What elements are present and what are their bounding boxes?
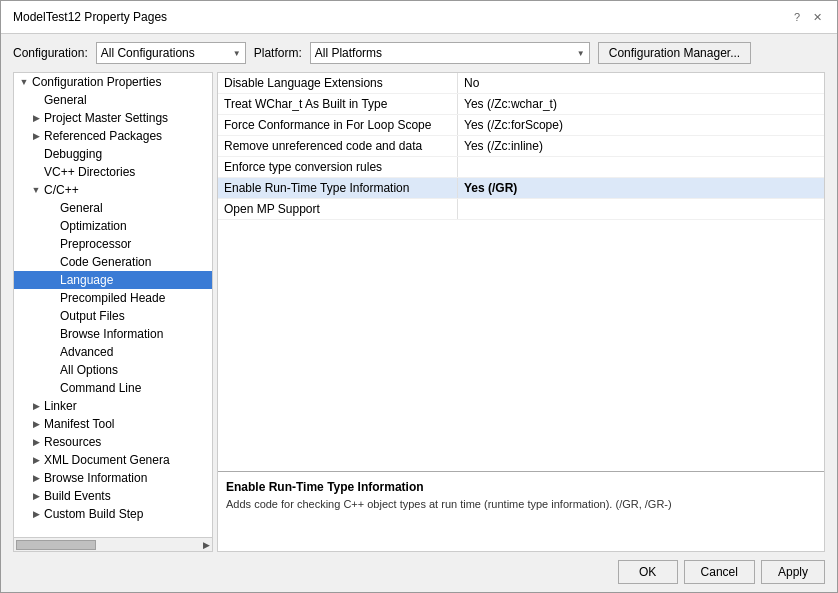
- prop-value: [458, 157, 824, 177]
- prop-value: Yes (/GR): [458, 178, 824, 198]
- tree-item-label: Build Events: [44, 489, 111, 503]
- tree-item-cpp-optimization[interactable]: Optimization: [14, 217, 212, 235]
- tree-arrow-icon: ▼: [18, 77, 30, 87]
- tree-arrow-icon: ▶: [30, 401, 42, 411]
- dialog-title: ModelTest12 Property Pages: [13, 10, 167, 24]
- tree-item-label: Debugging: [44, 147, 102, 161]
- tree-item-cpp-preprocessor[interactable]: Preprocessor: [14, 235, 212, 253]
- tree-item-label: Resources: [44, 435, 101, 449]
- tree-item-label: Configuration Properties: [32, 75, 161, 89]
- tree-item-general[interactable]: General: [14, 91, 212, 109]
- prop-value: Yes (/Zc:inline): [458, 136, 824, 156]
- table-row[interactable]: Force Conformance in For Loop ScopeYes (…: [218, 115, 824, 136]
- prop-name: Open MP Support: [218, 199, 458, 219]
- tree-item-label: Referenced Packages: [44, 129, 162, 143]
- table-row[interactable]: Open MP Support: [218, 199, 824, 220]
- tree-panel: ▼Configuration PropertiesGeneral▶Project…: [13, 72, 213, 552]
- tree-item-label: Preprocessor: [60, 237, 131, 251]
- tree-arrow-icon: ▼: [30, 185, 42, 195]
- prop-name: Disable Language Extensions: [218, 73, 458, 93]
- tree-item-cpp-general[interactable]: General: [14, 199, 212, 217]
- properties-panel: Disable Language ExtensionsNoTreat WChar…: [217, 72, 825, 552]
- table-row[interactable]: Enable Run-Time Type InformationYes (/GR…: [218, 178, 824, 199]
- tree-item-label: Command Line: [60, 381, 141, 395]
- tree-item-debugging[interactable]: Debugging: [14, 145, 212, 163]
- tree-item-label: Project Master Settings: [44, 111, 168, 125]
- tree-item-resources[interactable]: ▶Resources: [14, 433, 212, 451]
- close-button[interactable]: ✕: [809, 9, 825, 25]
- apply-button[interactable]: Apply: [761, 560, 825, 584]
- tree-arrow-icon: ▶: [30, 473, 42, 483]
- tree-arrow-icon: ▶: [30, 131, 42, 141]
- prop-name: Treat WChar_t As Built in Type: [218, 94, 458, 114]
- description-title: Enable Run-Time Type Information: [226, 480, 816, 494]
- tree-item-cpp[interactable]: ▼C/C++: [14, 181, 212, 199]
- tree-item-cpp-browse[interactable]: Browse Information: [14, 325, 212, 343]
- tree-item-label: Manifest Tool: [44, 417, 114, 431]
- scrollbar-thumb[interactable]: [16, 540, 96, 550]
- prop-value: Yes (/Zc:wchar_t): [458, 94, 824, 114]
- tree-item-label: Optimization: [60, 219, 127, 233]
- tree-item-label: General: [60, 201, 103, 215]
- description-text: Adds code for checking C++ object types …: [226, 498, 816, 510]
- tree-item-cpp-cmdline[interactable]: Command Line: [14, 379, 212, 397]
- main-content: ▼Configuration PropertiesGeneral▶Project…: [1, 72, 837, 552]
- tree-item-project-master[interactable]: ▶Project Master Settings: [14, 109, 212, 127]
- properties-table: Disable Language ExtensionsNoTreat WChar…: [218, 73, 824, 471]
- title-bar-buttons: ? ✕: [789, 9, 825, 25]
- table-row[interactable]: Remove unreferenced code and dataYes (/Z…: [218, 136, 824, 157]
- tree-item-label: Browse Information: [44, 471, 147, 485]
- tree-item-custom-build[interactable]: ▶Custom Build Step: [14, 505, 212, 523]
- config-manager-button[interactable]: Configuration Manager...: [598, 42, 751, 64]
- tree-scroll[interactable]: ▼Configuration PropertiesGeneral▶Project…: [14, 73, 212, 537]
- tree-item-cpp-code-gen[interactable]: Code Generation: [14, 253, 212, 271]
- prop-value: Yes (/Zc:forScope): [458, 115, 824, 135]
- tree-item-browse-info[interactable]: ▶Browse Information: [14, 469, 212, 487]
- tree-item-label: XML Document Genera: [44, 453, 170, 467]
- prop-value: No: [458, 73, 824, 93]
- table-row[interactable]: Treat WChar_t As Built in TypeYes (/Zc:w…: [218, 94, 824, 115]
- tree-item-referenced-packages[interactable]: ▶Referenced Packages: [14, 127, 212, 145]
- config-label: Configuration:: [13, 46, 88, 60]
- tree-item-linker[interactable]: ▶Linker: [14, 397, 212, 415]
- platform-dropdown[interactable]: All Platforms ▼: [310, 42, 590, 64]
- tree-item-label: Precompiled Heade: [60, 291, 165, 305]
- scroll-arrow-right-icon[interactable]: ▶: [203, 540, 212, 550]
- prop-name: Enforce type conversion rules: [218, 157, 458, 177]
- platform-arrow-icon: ▼: [577, 49, 585, 58]
- tree-item-cpp-language[interactable]: Language: [14, 271, 212, 289]
- tree-item-cpp-all[interactable]: All Options: [14, 361, 212, 379]
- prop-value: [458, 199, 824, 219]
- tree-item-label: General: [44, 93, 87, 107]
- tree-arrow-icon: ▶: [30, 437, 42, 447]
- config-value: All Configurations: [101, 46, 195, 60]
- tree-item-label: Advanced: [60, 345, 113, 359]
- tree-item-config-props[interactable]: ▼Configuration Properties: [14, 73, 212, 91]
- tree-item-label: VC++ Directories: [44, 165, 135, 179]
- ok-button[interactable]: OK: [618, 560, 678, 584]
- tree-arrow-icon: ▶: [30, 455, 42, 465]
- help-button[interactable]: ?: [789, 9, 805, 25]
- horizontal-scrollbar[interactable]: ▶: [14, 537, 212, 551]
- description-panel: Enable Run-Time Type Information Adds co…: [218, 471, 824, 551]
- tree-item-label: Custom Build Step: [44, 507, 143, 521]
- prop-name: Force Conformance in For Loop Scope: [218, 115, 458, 135]
- tree-item-cpp-advanced[interactable]: Advanced: [14, 343, 212, 361]
- tree-arrow-icon: ▶: [30, 419, 42, 429]
- config-arrow-icon: ▼: [233, 49, 241, 58]
- table-row[interactable]: Enforce type conversion rules: [218, 157, 824, 178]
- tree-item-label: Output Files: [60, 309, 125, 323]
- tree-item-vc-directories[interactable]: VC++ Directories: [14, 163, 212, 181]
- tree-item-cpp-output[interactable]: Output Files: [14, 307, 212, 325]
- tree-item-label: All Options: [60, 363, 118, 377]
- platform-value: All Platforms: [315, 46, 382, 60]
- tree-item-cpp-precomp[interactable]: Precompiled Heade: [14, 289, 212, 307]
- config-dropdown[interactable]: All Configurations ▼: [96, 42, 246, 64]
- tree-arrow-icon: ▶: [30, 113, 42, 123]
- cancel-button[interactable]: Cancel: [684, 560, 755, 584]
- tree-item-label: Language: [60, 273, 113, 287]
- tree-item-build-events[interactable]: ▶Build Events: [14, 487, 212, 505]
- table-row[interactable]: Disable Language ExtensionsNo: [218, 73, 824, 94]
- tree-item-manifest[interactable]: ▶Manifest Tool: [14, 415, 212, 433]
- tree-item-xml-doc[interactable]: ▶XML Document Genera: [14, 451, 212, 469]
